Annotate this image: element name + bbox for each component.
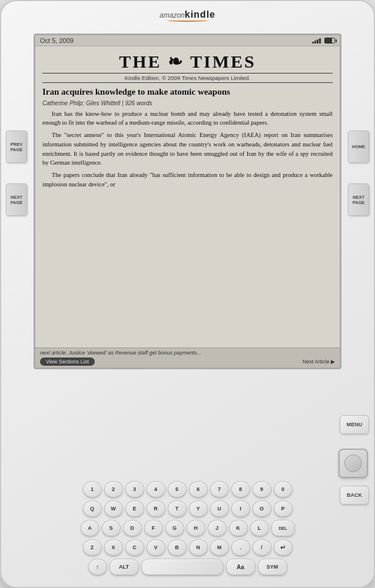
screen-nav-buttons: View Sections List Next Article ▶ [40,358,335,366]
key-l[interactable]: L [250,520,269,536]
battery-icon [324,38,335,44]
key-2[interactable]: 2 [104,481,123,497]
newspaper-subtitle: Kindle Edition, © 2009 Times Newspapers … [42,73,333,83]
dpad-inner [344,455,362,472]
key-v[interactable]: V [147,539,165,556]
kindle-brand: kindle [185,9,215,19]
screen-bottom-bar: next article: Justice 'skewed' as Revenu… [35,348,340,368]
status-date: Oct 5, 2009 [40,37,74,44]
key-u[interactable]: U [210,500,229,517]
article-paragraph-3: The papers conclude that Iran already "h… [42,171,333,189]
key-h[interactable]: H [187,520,205,536]
key-m[interactable]: M [210,539,229,556]
amazon-brand: amazon [160,11,185,19]
signal-icon [312,38,321,44]
key-5[interactable]: 5 [168,481,187,497]
zxcv-row: Z X C V B N M . / ↵ [31,539,344,556]
key-q[interactable]: Q [83,500,102,517]
article-body: Iran has the know-how to produce a nucle… [42,109,333,189]
article-headline: Iran acquires knowledge to make atomic w… [42,86,333,98]
key-a[interactable]: A [81,520,99,536]
key-n[interactable]: N [189,539,208,556]
key-delete[interactable]: DEL [271,520,295,536]
number-row: 1 2 3 4 5 6 7 8 9 0 [31,481,344,497]
key-8[interactable]: 8 [231,481,250,497]
kindle-device: amazonkindle Oct 5, 2009 [0,0,375,588]
key-g[interactable]: G [165,520,184,536]
key-t[interactable]: T [168,500,187,517]
next-article-preview: next article: Justice 'skewed' as Revenu… [40,350,335,356]
key-c[interactable]: C [125,539,144,556]
key-x[interactable]: X [104,539,123,556]
newspaper-emblem-left: ❧ [168,52,190,71]
article-byline: Catherine Philp; Giles Whittell | 926 wo… [42,100,333,106]
key-sym[interactable]: SYM [258,559,287,575]
key-z[interactable]: Z [83,539,102,556]
sections-list-button[interactable]: View Sections List [40,358,95,366]
key-d[interactable]: D [123,520,142,536]
key-f[interactable]: F [144,520,163,536]
menu-button[interactable]: MENU [340,415,369,434]
key-e[interactable]: E [125,500,144,517]
key-0[interactable]: 0 [274,481,293,497]
status-icons [312,38,335,44]
keyboard: 1 2 3 4 5 6 7 8 9 0 Q W E R T Y U I O P … [31,481,344,575]
prev-page-button[interactable]: PREV PAGE [6,131,27,163]
key-6[interactable]: 6 [189,481,208,497]
newspaper-header: THE ❧ TIMES [42,51,333,72]
key-4[interactable]: 4 [147,481,165,497]
screen-content: THE ❧ TIMES Kindle Edition, © 2009 Times… [35,46,340,348]
next-page-button-right[interactable]: NEXT PAGE [348,183,369,216]
key-1[interactable]: 1 [83,481,102,497]
key-alt[interactable]: ALT [109,559,139,575]
key-i[interactable]: I [231,500,250,517]
article-paragraph-2: The "secret annexe" to this year's Inter… [42,131,333,168]
key-shift[interactable]: ↑ [88,559,107,575]
home-button[interactable]: HOME [348,131,369,163]
key-w[interactable]: W [104,500,123,517]
key-s[interactable]: S [102,520,121,536]
next-article-button[interactable]: Next Article ▶ [303,359,335,365]
article-paragraph-1: Iran has the know-how to produce a nucle… [42,109,333,128]
kindle-logo: amazonkindle [160,9,215,22]
kindle-screen: Oct 5, 2009 THE ❧ TIMES [34,34,341,369]
newspaper-times: TIMES [190,52,256,71]
next-page-button-left[interactable]: NEXT PAGE [6,183,27,216]
key-k[interactable]: K [229,520,248,536]
key-3[interactable]: 3 [125,481,144,497]
newspaper-the: THE [119,52,161,71]
key-period[interactable]: . [231,539,250,556]
status-bar: Oct 5, 2009 [35,35,340,46]
key-7[interactable]: 7 [210,481,229,497]
key-b[interactable]: B [168,539,187,556]
special-row: ↑ ALT Aa SYM [31,559,344,575]
key-r[interactable]: R [147,500,165,517]
key-9[interactable]: 9 [253,481,271,497]
key-slash[interactable]: / [253,539,271,556]
back-button[interactable]: BACK [340,486,369,505]
qwerty-row: Q W E R T Y U I O P [31,500,344,517]
key-enter[interactable]: ↵ [274,539,293,556]
key-y[interactable]: Y [189,500,208,517]
key-aa[interactable]: Aa [226,559,255,575]
dpad-button[interactable] [339,449,368,478]
key-space[interactable] [141,559,224,575]
key-o[interactable]: O [253,500,271,517]
key-j[interactable]: J [208,520,227,536]
asdf-row: A S D F G H J K L DEL [31,520,344,536]
key-p[interactable]: P [274,500,293,517]
